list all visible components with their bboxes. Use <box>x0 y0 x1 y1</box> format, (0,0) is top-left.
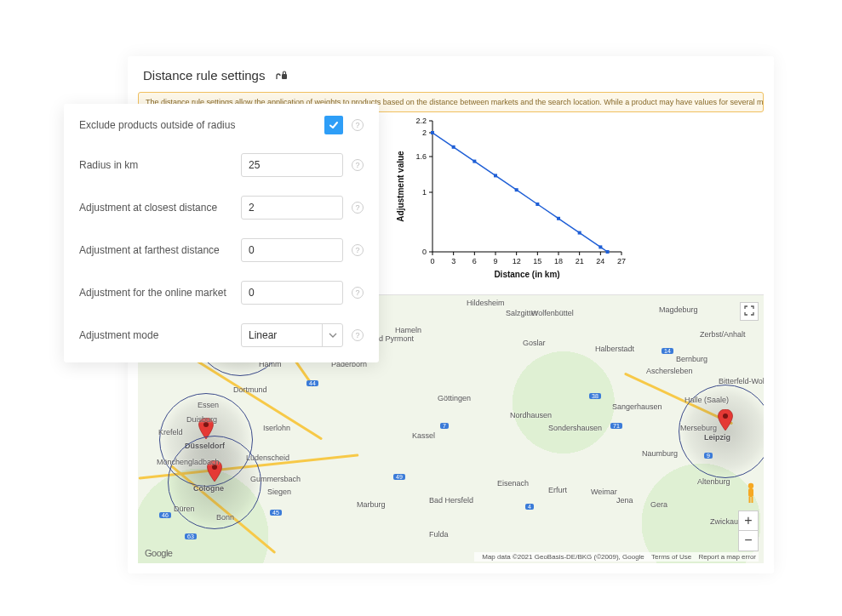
city-label: Bernburg <box>676 355 707 363</box>
svg-rect-39 <box>557 217 560 220</box>
city-label: Cologne <box>193 484 224 493</box>
mode-select[interactable]: Linear <box>241 323 343 347</box>
svg-text:0: 0 <box>422 248 427 256</box>
svg-text:1: 1 <box>422 188 427 197</box>
help-icon[interactable]: ? <box>352 119 364 131</box>
route-badge: 7 <box>440 423 449 429</box>
exclude-checkbox[interactable] <box>324 116 343 134</box>
city-label: Hameln <box>395 326 421 334</box>
svg-text:21: 21 <box>576 257 584 265</box>
farthest-input[interactable] <box>241 238 343 262</box>
city-label: Bitterfeld-Wolfen <box>719 377 764 385</box>
help-icon[interactable]: ? <box>352 159 364 171</box>
google-logo: Google <box>145 548 172 558</box>
help-icon[interactable]: ? <box>352 244 364 256</box>
pegman-icon[interactable] <box>743 482 759 505</box>
help-icon[interactable]: ? <box>352 329 364 341</box>
route-badge: 45 <box>270 510 282 516</box>
closest-label: Adjustment at closest distance <box>79 202 241 214</box>
map-attribution: Map data ©2021 GeoBasis-DE/BKG (©2009), … <box>482 553 644 561</box>
svg-rect-50 <box>748 488 753 497</box>
svg-rect-40 <box>578 231 581 235</box>
mode-label: Adjustment mode <box>79 329 241 341</box>
settings-card: Exclude products outside of radius ? Rad… <box>64 104 379 362</box>
svg-text:2: 2 <box>422 128 427 137</box>
svg-rect-38 <box>536 202 539 206</box>
svg-text:Adjustment value: Adjustment value <box>396 151 405 222</box>
farthest-row: Adjustment at farthest distance ? <box>79 238 364 262</box>
svg-point-49 <box>748 483 753 488</box>
route-badge: 38 <box>589 393 601 399</box>
online-row: Adjustment for the online market ? <box>79 281 364 305</box>
city-label: Essen <box>198 401 219 409</box>
city-label: Altenburg <box>697 477 730 486</box>
chevron-down-icon <box>322 324 342 346</box>
svg-rect-36 <box>494 174 497 177</box>
svg-text:Distance (in km): Distance (in km) <box>494 270 559 279</box>
city-label: Mönchengladbach <box>157 458 220 466</box>
zoom-in-button[interactable]: + <box>738 510 759 531</box>
closest-row: Adjustment at closest distance ? <box>79 196 364 220</box>
mode-value: Linear <box>242 324 322 346</box>
radius-label: Radius in km <box>79 159 241 171</box>
help-icon[interactable]: ? <box>352 287 364 299</box>
closest-input[interactable] <box>241 196 343 220</box>
city-label: Düsseldorf <box>185 442 225 450</box>
city-label: Merseburg <box>680 424 717 432</box>
city-label: Magdeburg <box>659 305 698 314</box>
online-label: Adjustment for the online market <box>79 287 241 299</box>
city-label: Dortmund <box>233 385 267 394</box>
svg-rect-35 <box>473 160 476 163</box>
adjustment-chart: 0369121518212427011.622.2Distance (in km… <box>392 112 630 282</box>
svg-text:9: 9 <box>493 257 497 265</box>
map-credits: Map data ©2021 GeoBasis-DE/BKG (©2009), … <box>474 552 759 562</box>
city-label: Halle (Saale) <box>684 396 729 404</box>
route-badge: 63 <box>185 533 197 539</box>
svg-rect-52 <box>752 497 753 503</box>
city-label: Sondershausen <box>548 424 602 432</box>
svg-text:18: 18 <box>554 257 563 265</box>
help-icon[interactable]: ? <box>352 202 364 214</box>
route-badge: 46 <box>159 512 171 518</box>
radius-row: Radius in km ? <box>79 153 364 177</box>
radius-input[interactable] <box>241 153 343 177</box>
city-label: Aschersleben <box>646 367 693 375</box>
city-label: Leipzig <box>704 433 730 442</box>
panel-title: Distance rule settings <box>143 68 265 83</box>
route-badge: 9 <box>704 453 713 459</box>
city-label: Halberstadt <box>595 345 634 353</box>
city-label: Nordhausen <box>510 411 552 419</box>
svg-rect-51 <box>749 497 751 503</box>
city-label: Gera <box>650 500 667 509</box>
route-badge: 44 <box>306 380 318 386</box>
svg-text:0: 0 <box>430 257 434 265</box>
fullscreen-button[interactable] <box>740 302 759 321</box>
svg-text:27: 27 <box>617 257 626 265</box>
city-label: Göttingen <box>438 394 471 402</box>
route-badge: 4 <box>525 504 534 510</box>
city-label: Weimar <box>591 488 617 496</box>
map-report-link[interactable]: Report a map error <box>698 553 756 561</box>
panel-header: Distance rule settings <box>128 56 774 87</box>
map-terms-link[interactable]: Terms of Use <box>651 553 691 561</box>
route-badge: 49 <box>393 474 405 480</box>
city-label: Gummersbach <box>250 475 301 483</box>
zoom-out-button[interactable]: − <box>738 531 759 551</box>
online-input[interactable] <box>241 281 343 305</box>
city-label: Kassel <box>412 431 435 440</box>
svg-rect-33 <box>431 131 434 134</box>
city-label: Eisenach <box>497 479 529 488</box>
city-label: Krefeld <box>158 428 183 436</box>
city-label: Erfurt <box>548 486 567 494</box>
svg-rect-42 <box>606 250 610 254</box>
city-label: Fulda <box>429 530 449 539</box>
city-label: Zwickau <box>710 517 738 526</box>
exclude-label: Exclude products outside of radius <box>79 119 324 131</box>
lock-icon <box>274 70 288 80</box>
city-label: Siegen <box>267 488 291 496</box>
svg-text:15: 15 <box>533 257 541 265</box>
city-label: Zerbst/Anhalt <box>700 330 746 339</box>
svg-text:1.6: 1.6 <box>415 152 427 161</box>
route-badge: 71 <box>610 423 622 429</box>
farthest-label: Adjustment at farthest distance <box>79 244 241 256</box>
